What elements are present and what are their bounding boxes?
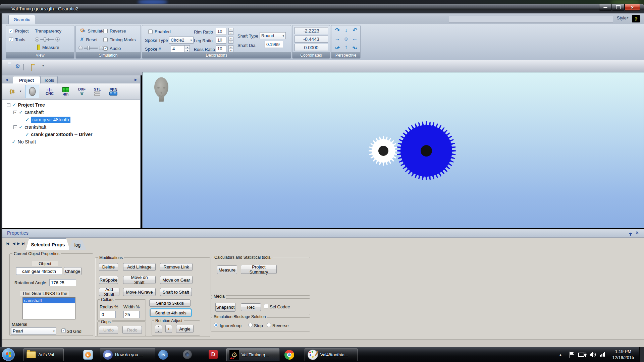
stl-export-button[interactable]: STL bbox=[90, 85, 104, 98]
tools-checkbox-row[interactable]: ✓ Tools bbox=[9, 37, 25, 42]
rotational-angle-input[interactable]: 176.25 bbox=[49, 279, 76, 286]
slider-plus-button[interactable]: + bbox=[55, 37, 60, 42]
tree-row[interactable]: ✓ crank gear 24tooth -- Driver bbox=[25, 131, 92, 138]
help-button[interactable]: ? bbox=[632, 15, 640, 22]
dxf-export-button[interactable]: DXF ♛ bbox=[75, 85, 89, 98]
maximize-button[interactable] bbox=[612, 4, 625, 11]
tree-row[interactable]: − ✓ camshaft bbox=[13, 109, 44, 116]
tab-selected-props[interactable]: Selected Props bbox=[26, 238, 70, 250]
show-desktop-button[interactable] bbox=[639, 347, 644, 362]
prn-export-button[interactable]: PRN bbox=[106, 85, 120, 98]
move-on-shaft-button[interactable]: Move on Shaft bbox=[123, 276, 156, 284]
slider-plus-button[interactable]: + bbox=[99, 46, 103, 50]
radio-ignore-loop[interactable] bbox=[214, 323, 218, 327]
move-on-gear-button[interactable]: Move on Gear bbox=[160, 276, 193, 284]
pin-icon[interactable] bbox=[629, 233, 632, 236]
send-to-4th-axis-button[interactable]: Send to 4th axis bbox=[150, 309, 191, 316]
camera-app-button[interactable] bbox=[183, 350, 192, 359]
gear-canvas[interactable] bbox=[143, 72, 644, 228]
slider-minus-button[interactable]: − bbox=[35, 37, 39, 42]
slider-minus-button[interactable]: − bbox=[78, 46, 83, 50]
add-linkage-button[interactable]: Add Linkage bbox=[123, 263, 156, 271]
enabled-checkbox[interactable] bbox=[148, 29, 153, 34]
project-summary-button[interactable]: Project Summary bbox=[241, 265, 277, 274]
radius-percent-input[interactable]: 0 bbox=[100, 311, 116, 318]
tree-item-no-shaft[interactable]: No Shaft bbox=[18, 139, 36, 144]
task-mail-browser[interactable]: How do you ... bbox=[100, 348, 155, 361]
settings-button[interactable]: ⚙ bbox=[15, 64, 20, 69]
spoke-type-dropdown[interactable]: Circle2 ▾ bbox=[169, 37, 194, 44]
pan-right-icon[interactable]: → bbox=[333, 35, 342, 43]
rotate-cw-icon[interactable]: ↷ bbox=[333, 26, 342, 35]
thunderbird-button[interactable]: ✉ bbox=[158, 350, 168, 360]
measure-button-props[interactable]: Measure bbox=[217, 265, 237, 274]
task-gearotic[interactable]: ⚙2.0 Val Timing g... bbox=[226, 348, 279, 361]
rim-ratio-input[interactable]: 10 bbox=[216, 28, 226, 35]
sel-codec-checkbox[interactable] bbox=[264, 304, 268, 308]
respoke-button[interactable]: ReSpoke bbox=[99, 276, 118, 284]
tab-log[interactable]: log bbox=[69, 240, 86, 250]
shaft-to-shaft-button[interactable]: Shaft to Shaft bbox=[160, 288, 192, 296]
spoke-count-spinner[interactable]: ▴▾ bbox=[185, 45, 190, 52]
shaft-type-dropdown[interactable]: Round ▾ bbox=[260, 32, 286, 39]
redo-button[interactable]: Redo bbox=[122, 326, 142, 334]
tab-tools[interactable]: Tools bbox=[40, 76, 58, 84]
tab-scroll-left-icon[interactable]: ◀ bbox=[5, 78, 8, 81]
reverse-checkbox[interactable] bbox=[103, 29, 108, 33]
close-panel-icon[interactable]: × bbox=[636, 230, 639, 235]
close-button[interactable]: × bbox=[625, 4, 640, 11]
task-paint[interactable]: Val48toothta... bbox=[305, 348, 358, 361]
list-item-camshaft[interactable]: camshaft bbox=[23, 298, 75, 303]
tree-expander-icon[interactable]: − bbox=[13, 125, 17, 129]
style-input[interactable] bbox=[449, 16, 613, 23]
nav-last-icon[interactable]: ▶| bbox=[22, 241, 25, 246]
tray-expand-icon[interactable]: ▲ bbox=[559, 353, 562, 357]
enabled-checkbox-row[interactable]: Enabled bbox=[148, 29, 171, 34]
title-bar[interactable]: Val Timing gears.gth - Gearotic2 × bbox=[0, 4, 644, 13]
tree-item-crankshaft[interactable]: crankshaft bbox=[25, 124, 47, 130]
rotate-plus-button[interactable]: + bbox=[165, 325, 172, 333]
rotate-ccw-icon[interactable]: ↶ bbox=[351, 26, 359, 35]
add-shaft-button[interactable]: Add Shaft bbox=[99, 288, 119, 296]
radio-stop[interactable] bbox=[248, 323, 253, 327]
object-name-input[interactable]: cam gear 48tooth bbox=[16, 267, 62, 275]
action-center-flag-icon[interactable] bbox=[569, 351, 575, 358]
project-checkbox-row[interactable]: ✓ Project bbox=[9, 28, 29, 34]
minimize-button[interactable] bbox=[599, 4, 612, 11]
simulate-button[interactable]: ⚙⚙ Simulate bbox=[80, 28, 105, 34]
width-percent-input[interactable]: 25 bbox=[123, 311, 140, 318]
reset-button[interactable]: ✗ Reset bbox=[80, 37, 98, 43]
material-dropdown[interactable]: Pearl ▾ bbox=[11, 327, 56, 335]
tree-row[interactable]: − ✓ Project Tree bbox=[7, 102, 45, 108]
tab-scroll-right-icon[interactable]: ▶ bbox=[135, 78, 137, 81]
braces-dropdown-icon[interactable]: ▾ bbox=[20, 89, 21, 93]
slider-track[interactable] bbox=[84, 48, 98, 49]
send-to-3axis-button[interactable]: Send to 3-axis bbox=[149, 299, 191, 307]
tab-project[interactable]: Project bbox=[13, 76, 40, 84]
tree-item-camshaft[interactable]: camshaft bbox=[25, 110, 44, 115]
timing-marks-checkbox-row[interactable]: Timing Marks bbox=[103, 37, 136, 42]
pan-left-icon[interactable]: ← bbox=[351, 35, 359, 43]
chrome-button[interactable] bbox=[284, 350, 294, 360]
tree-expander-icon[interactable]: − bbox=[13, 111, 17, 114]
slider-thumb[interactable] bbox=[87, 46, 90, 50]
radio-reverse[interactable] bbox=[267, 323, 271, 327]
viewport-3d[interactable] bbox=[142, 72, 644, 228]
delete-button[interactable]: Delete bbox=[99, 263, 118, 271]
tree-item-crank-gear[interactable]: crank gear 24tooth -- Driver bbox=[31, 132, 93, 137]
style-dropdown-icon[interactable]: ▾ bbox=[627, 16, 629, 19]
tree-row[interactable]: − ✓ crankshaft bbox=[13, 124, 46, 130]
start-button[interactable] bbox=[2, 348, 15, 361]
new-project-button[interactable] bbox=[23, 64, 24, 70]
timing-marks-checkbox[interactable] bbox=[103, 38, 108, 42]
tray-clock[interactable]: 1:19 PM 12/19/2015 bbox=[608, 349, 639, 361]
measure-button[interactable]: Measure bbox=[37, 45, 59, 50]
tilt-up-icon[interactable]: ↑ bbox=[342, 43, 351, 51]
snapshot-button[interactable]: Snapshot bbox=[215, 303, 235, 312]
nav-next-icon[interactable]: ▶ bbox=[17, 241, 19, 246]
roll-ccw-icon[interactable]: ↶ bbox=[351, 43, 359, 51]
task-folder[interactable]: Art's Val bbox=[23, 348, 64, 361]
slider-thumb[interactable] bbox=[44, 37, 46, 42]
script-braces-button[interactable]: {$ bbox=[6, 85, 18, 98]
rim-ratio-spinner[interactable]: ▴▾ bbox=[228, 28, 233, 35]
